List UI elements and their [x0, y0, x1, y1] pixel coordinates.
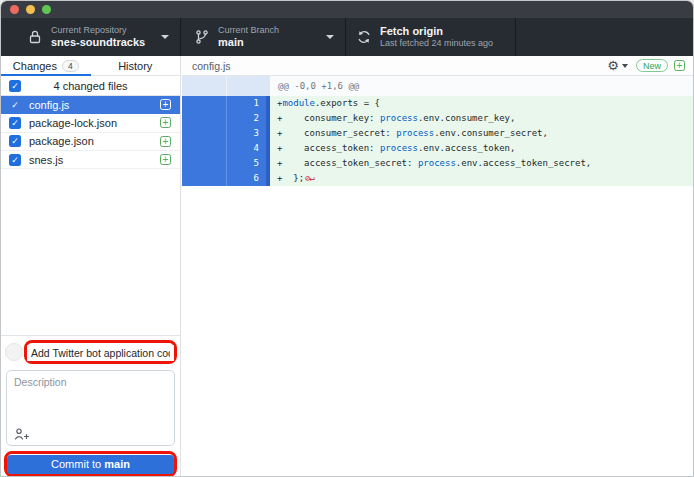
diff-header: config.js ⚙ New: [182, 56, 693, 76]
chevron-down-icon: [622, 64, 628, 68]
current-branch-button[interactable]: Current Branch main: [181, 18, 346, 56]
avatar: [5, 343, 23, 361]
commit-form: Commit to main: [1, 335, 180, 476]
commit-summary-input[interactable]: [27, 345, 174, 361]
code-text: + };: [277, 173, 304, 183]
line-code: + access_token_secret: process.env.acces…: [270, 156, 693, 171]
titlebar: [1, 1, 693, 18]
line-code: + };⊘↵: [270, 171, 693, 186]
annotation-highlight-summary: [24, 340, 177, 364]
sync-icon: [356, 29, 372, 45]
commit-to-main-button[interactable]: Commit to main: [7, 455, 174, 474]
added-status-icon: [160, 136, 171, 147]
added-status-icon: [160, 117, 171, 128]
hunk-header-text: @@ -0,0 +1,6 @@: [270, 76, 359, 96]
code-keyword: process: [380, 143, 418, 153]
code-keyword: process: [380, 113, 418, 123]
file-name: package-lock.json: [29, 117, 160, 129]
current-repository-button[interactable]: Current Repository snes-soundtracks: [1, 18, 181, 56]
code-keyword: process: [418, 158, 456, 168]
commit-button-branch: main: [104, 458, 130, 470]
git-branch-icon: [194, 29, 210, 45]
close-window-button[interactable]: [10, 5, 19, 14]
file-row-package-lock-json[interactable]: package-lock.json: [1, 114, 180, 132]
last-fetched-text: Last fetched 24 minutes ago: [380, 38, 493, 49]
commit-description-box: [6, 370, 175, 446]
diff-line-1[interactable]: 1 +module.exports = {: [182, 96, 693, 111]
file-name: config.js: [29, 99, 160, 111]
tab-history[interactable]: History: [91, 56, 181, 75]
fetch-origin-button[interactable]: Fetch origin Last fetched 24 minutes ago: [346, 18, 516, 56]
diff-file-name: config.js: [192, 60, 607, 72]
changes-count-badge: 4: [62, 60, 79, 72]
line-number[interactable]: 1: [182, 96, 270, 111]
code-text: .env.access_token,: [418, 143, 516, 153]
diff-line-6[interactable]: 6 + };⊘↵: [182, 171, 693, 186]
line-code: +module.exports = {: [270, 96, 693, 111]
line-code: + consumer_key: process.env.consumer_key…: [270, 111, 693, 126]
changed-files-count: 4 changed files: [1, 80, 180, 92]
line-number[interactable]: 4: [182, 141, 270, 156]
hunk-gutter: [182, 76, 270, 96]
tab-history-label: History: [118, 60, 152, 72]
file-row-config-js[interactable]: config.js: [1, 96, 180, 114]
diff-line-4[interactable]: 4 + access_token: process.env.access_tok…: [182, 141, 693, 156]
line-number[interactable]: 3: [182, 126, 270, 141]
code-keyword: module: [282, 98, 315, 108]
line-code: + consumer_secret: process.env.consumer_…: [270, 126, 693, 141]
diff-pane: config.js ⚙ New @@ -0,0 +1,6 @@ 1 +modul…: [182, 56, 693, 476]
select-all-checkbox[interactable]: [9, 80, 21, 92]
zoom-window-button[interactable]: [42, 5, 51, 14]
commit-button-label: Commit to: [51, 458, 104, 470]
file-row-package-json[interactable]: package.json: [1, 133, 180, 151]
code-text: .exports = {: [315, 98, 380, 108]
commit-summary-row: [4, 340, 177, 364]
current-branch-value: main: [218, 36, 279, 50]
chevron-down-icon: [326, 35, 334, 39]
code-text: .env.consumer_secret,: [434, 128, 548, 138]
diff-line-5[interactable]: 5 + access_token_secret: process.env.acc…: [182, 156, 693, 171]
file-name: snes.js: [29, 154, 160, 166]
diff-line-3[interactable]: 3 + consumer_secret: process.env.consume…: [182, 126, 693, 141]
no-newline-icon: ⊘↵: [305, 173, 314, 183]
diff-line-2[interactable]: 2 + consumer_key: process.env.consumer_k…: [182, 111, 693, 126]
lock-icon: [27, 29, 43, 45]
tab-changes[interactable]: Changes 4: [1, 56, 91, 75]
code-text: + consumer_key:: [277, 113, 380, 123]
line-number[interactable]: 5: [182, 156, 270, 171]
file-checkbox[interactable]: [9, 135, 21, 147]
annotation-highlight-commit-button: Commit to main: [4, 451, 177, 477]
changed-file-list: config.js package-lock.json package.json…: [1, 96, 180, 169]
line-code: + access_token: process.env.access_token…: [270, 141, 693, 156]
fetch-origin-label: Fetch origin: [380, 25, 493, 39]
code-text: .env.consumer_key,: [418, 113, 516, 123]
file-checkbox[interactable]: [9, 99, 21, 111]
line-number[interactable]: 2: [182, 111, 270, 126]
line-number[interactable]: 6: [182, 171, 270, 186]
changed-files-header: 4 changed files: [1, 76, 180, 96]
code-text: + consumer_secret:: [277, 128, 396, 138]
current-repository-value: snes-soundtracks: [51, 36, 145, 50]
added-status-icon: [160, 99, 171, 110]
toolbar: Current Repository snes-soundtracks Curr…: [1, 18, 693, 56]
gear-icon: ⚙: [607, 59, 619, 72]
file-name: package.json: [29, 135, 160, 147]
diff-hunk-header[interactable]: @@ -0,0 +1,6 @@: [182, 76, 693, 96]
added-status-icon: [674, 60, 685, 71]
code-text: + access_token_secret:: [277, 158, 418, 168]
file-checkbox[interactable]: [9, 117, 21, 129]
github-desktop-window: Current Repository snes-soundtracks Curr…: [0, 0, 694, 477]
current-repository-label: Current Repository: [51, 25, 145, 36]
sidebar-tabbar: Changes 4 History: [1, 56, 180, 76]
code-keyword: process: [396, 128, 434, 138]
minimize-window-button[interactable]: [26, 5, 35, 14]
file-checkbox[interactable]: [9, 154, 21, 166]
add-coauthor-icon[interactable]: [14, 428, 30, 440]
tab-changes-label: Changes: [13, 60, 57, 72]
file-row-snes-js[interactable]: snes.js: [1, 151, 180, 169]
toolbar-empty-space: [516, 18, 693, 56]
changes-sidebar: Changes 4 History 4 changed files config…: [1, 56, 181, 476]
commit-description-input[interactable]: [7, 371, 174, 426]
code-text: .env.access_token_secret,: [456, 158, 591, 168]
diff-options-button[interactable]: ⚙: [607, 59, 628, 72]
